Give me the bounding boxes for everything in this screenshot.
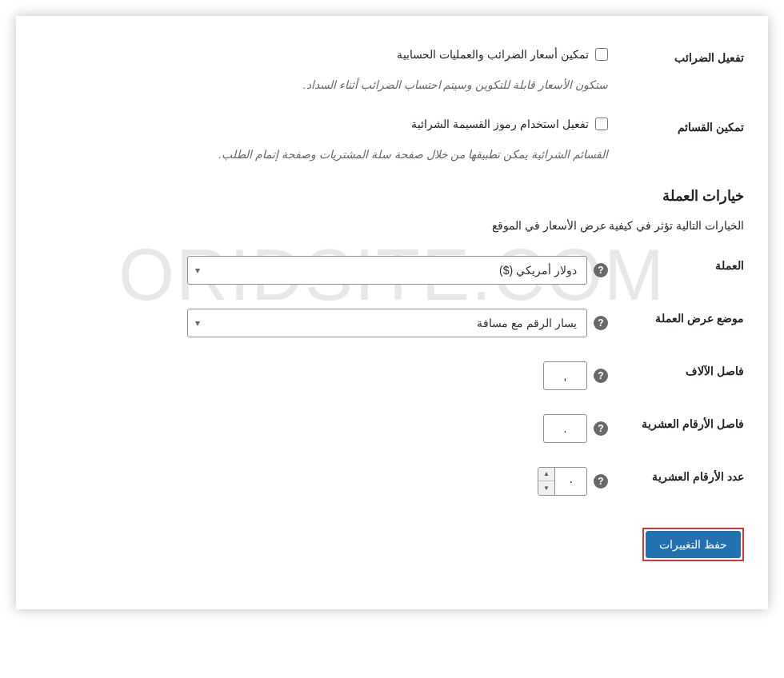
decimal-separator-row: فاصل الأرقام العشرية ? — [40, 414, 744, 443]
currency-position-label: موضع عرض العملة — [608, 309, 744, 325]
enable-taxes-checkbox[interactable] — [595, 48, 608, 61]
num-decimals-label: عدد الأرقام العشرية — [608, 467, 744, 483]
settings-panel: ORIDSITE.COM تفعيل الضرائب تمكين أسعار ا… — [16, 16, 768, 609]
currency-position-select[interactable]: يسار الرقم مع مسافة — [187, 309, 587, 337]
spinner-down-button[interactable]: ▼ — [538, 481, 554, 495]
help-icon[interactable]: ? — [594, 369, 608, 383]
currency-position-content: ? يسار الرقم مع مسافة ▾ — [40, 309, 608, 337]
thousand-separator-label: فاصل الآلاف — [608, 361, 744, 377]
num-decimals-row: عدد الأرقام العشرية ? ٠ ▲ ▼ — [40, 467, 744, 496]
enable-coupons-checkbox-line: تفعيل استخدام رموز القسيمة الشرائية — [411, 118, 608, 130]
currency-options-description: الخيارات التالية تؤثر في كيفية عرض الأسع… — [40, 219, 744, 232]
thousand-separator-row: فاصل الآلاف ? — [40, 361, 744, 390]
currency-position-select-wrap: يسار الرقم مع مسافة ▾ — [187, 309, 587, 337]
enable-taxes-checkbox-line: تمكين أسعار الضرائب والعمليات الحسابية — [397, 48, 608, 61]
spinner-buttons: ▲ ▼ — [538, 468, 555, 495]
help-icon[interactable]: ? — [594, 474, 608, 489]
help-icon[interactable]: ? — [594, 421, 608, 436]
currency-selected-value: دولار أمريكي ($) — [499, 264, 577, 277]
enable-coupons-label: تمكين القسائم — [608, 118, 744, 134]
currency-options-title: خيارات العملة — [40, 187, 744, 205]
currency-position-selected-value: يسار الرقم مع مسافة — [477, 317, 577, 329]
thousand-separator-input[interactable] — [543, 361, 587, 390]
currency-position-row: موضع عرض العملة ? يسار الرقم مع مسافة ▾ — [40, 309, 744, 337]
currency-row: العملة ? دولار أمريكي ($) ▾ — [40, 256, 744, 285]
enable-coupons-description: القسائم الشرائية يمكن تطبيقها من خلال صف… — [218, 146, 608, 163]
num-decimals-content: ? ٠ ▲ ▼ — [40, 467, 608, 496]
save-row: حفظ التغييرات — [40, 528, 744, 561]
decimal-separator-content: ? — [40, 414, 608, 443]
thousand-separator-content: ? — [40, 361, 608, 390]
enable-coupons-checkbox[interactable] — [595, 118, 608, 130]
decimal-separator-input[interactable] — [543, 414, 587, 443]
enable-coupons-checkbox-label: تفعيل استخدام رموز القسيمة الشرائية — [411, 118, 589, 130]
num-decimals-value: ٠ — [555, 475, 586, 488]
help-icon[interactable]: ? — [594, 263, 608, 277]
save-button[interactable]: حفظ التغييرات — [646, 531, 741, 558]
enable-taxes-row: تفعيل الضرائب تمكين أسعار الضرائب والعمل… — [40, 48, 744, 94]
enable-taxes-description: ستكون الأسعار قابلة للتكوين وسيتم احتساب… — [303, 77, 608, 94]
enable-taxes-content: تمكين أسعار الضرائب والعمليات الحسابية س… — [40, 48, 608, 94]
save-button-highlight: حفظ التغييرات — [642, 528, 744, 561]
decimal-separator-label: فاصل الأرقام العشرية — [608, 414, 744, 430]
currency-select-wrap: دولار أمريكي ($) ▾ — [187, 256, 587, 285]
enable-taxes-checkbox-label: تمكين أسعار الضرائب والعمليات الحسابية — [397, 48, 589, 61]
help-icon[interactable]: ? — [594, 316, 608, 330]
enable-taxes-label: تفعيل الضرائب — [608, 48, 744, 64]
currency-select[interactable]: دولار أمريكي ($) — [187, 256, 587, 285]
num-decimals-stepper[interactable]: ٠ ▲ ▼ — [538, 467, 587, 496]
enable-coupons-row: تمكين القسائم تفعيل استخدام رموز القسيمة… — [40, 118, 744, 163]
enable-coupons-content: تفعيل استخدام رموز القسيمة الشرائية القس… — [40, 118, 608, 163]
currency-content: ? دولار أمريكي ($) ▾ — [40, 256, 608, 285]
spinner-up-button[interactable]: ▲ — [538, 468, 554, 481]
currency-label: العملة — [608, 256, 744, 272]
